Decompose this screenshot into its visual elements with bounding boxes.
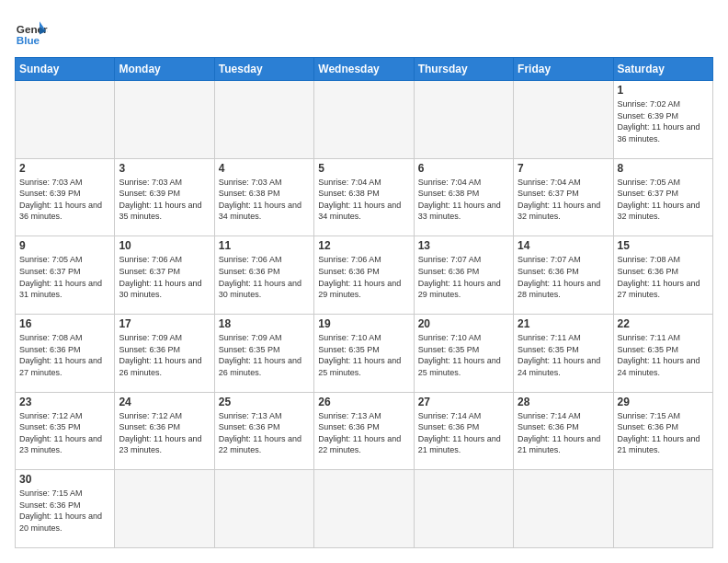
svg-text:Blue: Blue xyxy=(17,34,40,46)
calendar: Sunday Monday Tuesday Wednesday Thursday… xyxy=(15,57,713,548)
calendar-cell: 4Sunrise: 7:03 AMSunset: 6:38 PMDaylight… xyxy=(214,158,313,236)
calendar-cell: 5Sunrise: 7:04 AMSunset: 6:38 PMDaylight… xyxy=(314,158,414,236)
col-thursday: Thursday xyxy=(414,58,513,81)
calendar-cell xyxy=(214,81,313,159)
day-number: 28 xyxy=(518,396,609,408)
calendar-cell: 24Sunrise: 7:12 AMSunset: 6:36 PMDayligh… xyxy=(115,392,214,470)
day-number: 7 xyxy=(518,162,609,175)
cell-info: Sunrise: 7:09 AMSunset: 6:35 PMDaylight:… xyxy=(219,332,310,378)
calendar-cell xyxy=(314,81,414,159)
day-number: 5 xyxy=(318,162,409,175)
day-number: 22 xyxy=(618,317,709,330)
day-number: 27 xyxy=(418,396,509,408)
day-number: 3 xyxy=(119,162,210,175)
calendar-cell: 30Sunrise: 7:15 AMSunset: 6:36 PMDayligh… xyxy=(16,470,115,548)
calendar-cell: 15Sunrise: 7:08 AMSunset: 6:36 PMDayligh… xyxy=(613,236,712,315)
cell-info: Sunrise: 7:03 AMSunset: 6:38 PMDaylight:… xyxy=(219,177,310,223)
day-number: 4 xyxy=(219,162,310,175)
cell-info: Sunrise: 7:04 AMSunset: 6:38 PMDaylight:… xyxy=(318,177,409,223)
cell-info: Sunrise: 7:07 AMSunset: 6:36 PMDaylight:… xyxy=(518,254,609,300)
calendar-cell: 17Sunrise: 7:09 AMSunset: 6:36 PMDayligh… xyxy=(115,314,214,392)
day-number: 11 xyxy=(219,239,310,252)
day-number: 8 xyxy=(618,162,709,175)
cell-info: Sunrise: 7:06 AMSunset: 6:36 PMDaylight:… xyxy=(219,254,310,300)
cell-info: Sunrise: 7:11 AMSunset: 6:35 PMDaylight:… xyxy=(618,332,709,378)
calendar-cell xyxy=(214,470,313,548)
day-number: 23 xyxy=(19,396,110,408)
calendar-week-row: 1Sunrise: 7:02 AMSunset: 6:39 PMDaylight… xyxy=(16,81,713,159)
calendar-cell: 18Sunrise: 7:09 AMSunset: 6:35 PMDayligh… xyxy=(214,314,313,392)
calendar-cell: 21Sunrise: 7:11 AMSunset: 6:35 PMDayligh… xyxy=(514,314,613,392)
calendar-cell: 6Sunrise: 7:04 AMSunset: 6:38 PMDaylight… xyxy=(414,158,513,236)
cell-info: Sunrise: 7:05 AMSunset: 6:37 PMDaylight:… xyxy=(618,177,709,223)
calendar-week-row: 23Sunrise: 7:12 AMSunset: 6:35 PMDayligh… xyxy=(16,392,713,470)
cell-info: Sunrise: 7:10 AMSunset: 6:35 PMDaylight:… xyxy=(318,332,409,378)
calendar-cell: 22Sunrise: 7:11 AMSunset: 6:35 PMDayligh… xyxy=(613,314,712,392)
day-number: 18 xyxy=(219,317,310,330)
cell-info: Sunrise: 7:03 AMSunset: 6:39 PMDaylight:… xyxy=(19,177,110,223)
cell-info: Sunrise: 7:03 AMSunset: 6:39 PMDaylight:… xyxy=(119,177,210,223)
day-number: 25 xyxy=(219,396,310,408)
calendar-week-row: 9Sunrise: 7:05 AMSunset: 6:37 PMDaylight… xyxy=(16,236,713,315)
calendar-cell: 7Sunrise: 7:04 AMSunset: 6:37 PMDaylight… xyxy=(514,158,613,236)
calendar-week-row: 30Sunrise: 7:15 AMSunset: 6:36 PMDayligh… xyxy=(16,470,713,548)
cell-info: Sunrise: 7:11 AMSunset: 6:35 PMDaylight:… xyxy=(518,332,609,378)
day-number: 2 xyxy=(19,162,110,175)
cell-info: Sunrise: 7:10 AMSunset: 6:35 PMDaylight:… xyxy=(418,332,509,378)
calendar-cell: 16Sunrise: 7:08 AMSunset: 6:36 PMDayligh… xyxy=(16,314,115,392)
logo: General Blue xyxy=(15,15,53,48)
day-number: 24 xyxy=(119,396,210,408)
cell-info: Sunrise: 7:06 AMSunset: 6:36 PMDaylight:… xyxy=(318,254,409,300)
day-number: 12 xyxy=(318,239,409,252)
day-number: 16 xyxy=(19,317,110,330)
day-number: 30 xyxy=(19,473,110,486)
calendar-cell: 26Sunrise: 7:13 AMSunset: 6:36 PMDayligh… xyxy=(314,392,414,470)
cell-info: Sunrise: 7:13 AMSunset: 6:36 PMDaylight:… xyxy=(219,410,310,456)
day-number: 13 xyxy=(418,239,509,252)
day-number: 21 xyxy=(518,317,609,330)
cell-info: Sunrise: 7:14 AMSunset: 6:36 PMDaylight:… xyxy=(418,410,509,456)
calendar-cell: 8Sunrise: 7:05 AMSunset: 6:37 PMDaylight… xyxy=(613,158,712,236)
cell-info: Sunrise: 7:09 AMSunset: 6:36 PMDaylight:… xyxy=(119,332,210,378)
calendar-cell: 11Sunrise: 7:06 AMSunset: 6:36 PMDayligh… xyxy=(214,236,313,315)
logo-icon: General Blue xyxy=(15,15,48,48)
col-friday: Friday xyxy=(514,58,613,81)
cell-info: Sunrise: 7:04 AMSunset: 6:38 PMDaylight:… xyxy=(418,177,509,223)
calendar-cell: 12Sunrise: 7:06 AMSunset: 6:36 PMDayligh… xyxy=(314,236,414,315)
day-number: 9 xyxy=(19,239,110,252)
header: General Blue xyxy=(15,15,713,48)
day-number: 1 xyxy=(618,84,709,97)
day-number: 26 xyxy=(318,396,409,408)
day-number: 29 xyxy=(618,396,709,408)
col-tuesday: Tuesday xyxy=(214,58,313,81)
calendar-cell: 28Sunrise: 7:14 AMSunset: 6:36 PMDayligh… xyxy=(514,392,613,470)
calendar-cell: 10Sunrise: 7:06 AMSunset: 6:37 PMDayligh… xyxy=(115,236,214,315)
day-number: 14 xyxy=(518,239,609,252)
calendar-header-row: Sunday Monday Tuesday Wednesday Thursday… xyxy=(16,58,713,81)
cell-info: Sunrise: 7:15 AMSunset: 6:36 PMDaylight:… xyxy=(19,488,110,534)
cell-info: Sunrise: 7:15 AMSunset: 6:36 PMDaylight:… xyxy=(618,410,709,456)
col-sunday: Sunday xyxy=(16,58,115,81)
calendar-cell: 13Sunrise: 7:07 AMSunset: 6:36 PMDayligh… xyxy=(414,236,513,315)
cell-info: Sunrise: 7:08 AMSunset: 6:36 PMDaylight:… xyxy=(618,254,709,300)
calendar-cell: 1Sunrise: 7:02 AMSunset: 6:39 PMDaylight… xyxy=(613,81,712,159)
calendar-week-row: 2Sunrise: 7:03 AMSunset: 6:39 PMDaylight… xyxy=(16,158,713,236)
cell-info: Sunrise: 7:02 AMSunset: 6:39 PMDaylight:… xyxy=(618,98,709,144)
calendar-cell: 25Sunrise: 7:13 AMSunset: 6:36 PMDayligh… xyxy=(214,392,313,470)
calendar-week-row: 16Sunrise: 7:08 AMSunset: 6:36 PMDayligh… xyxy=(16,314,713,392)
calendar-cell: 2Sunrise: 7:03 AMSunset: 6:39 PMDaylight… xyxy=(16,158,115,236)
day-number: 17 xyxy=(119,317,210,330)
calendar-cell: 3Sunrise: 7:03 AMSunset: 6:39 PMDaylight… xyxy=(115,158,214,236)
calendar-cell: 19Sunrise: 7:10 AMSunset: 6:35 PMDayligh… xyxy=(314,314,414,392)
calendar-cell xyxy=(314,470,414,548)
calendar-cell xyxy=(115,470,214,548)
cell-info: Sunrise: 7:04 AMSunset: 6:37 PMDaylight:… xyxy=(518,177,609,223)
col-wednesday: Wednesday xyxy=(314,58,414,81)
calendar-cell: 9Sunrise: 7:05 AMSunset: 6:37 PMDaylight… xyxy=(16,236,115,315)
calendar-cell: 29Sunrise: 7:15 AMSunset: 6:36 PMDayligh… xyxy=(613,392,712,470)
col-saturday: Saturday xyxy=(613,58,712,81)
day-number: 6 xyxy=(418,162,509,175)
col-monday: Monday xyxy=(115,58,214,81)
calendar-cell: 23Sunrise: 7:12 AMSunset: 6:35 PMDayligh… xyxy=(16,392,115,470)
calendar-cell xyxy=(115,81,214,159)
